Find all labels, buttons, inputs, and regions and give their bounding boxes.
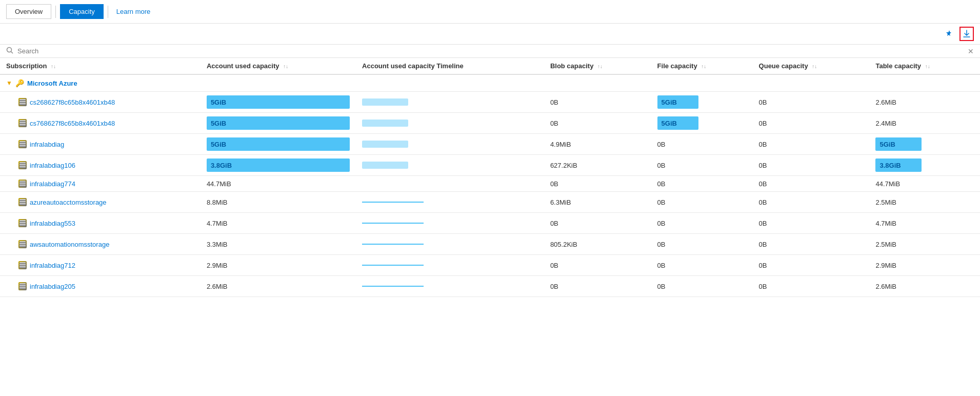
- cell-account-used-capacity: 3.8GiB: [201, 155, 356, 176]
- table-row: infralabdiag 5GiB4.9MiB0B0B5GiB: [0, 134, 980, 155]
- cell-file-capacity: 0B: [651, 276, 753, 297]
- cell-timeline: [356, 176, 544, 192]
- cell-file-capacity: 5GiB: [651, 113, 753, 134]
- cell-account-used-capacity: 4.7MiB: [201, 213, 356, 234]
- group-expand-icon[interactable]: ▼: [6, 80, 12, 87]
- cell-queue-capacity: 0B: [753, 92, 870, 113]
- cell-subscription: infralabdiag106: [0, 155, 201, 176]
- cell-queue-capacity: 0B: [753, 192, 870, 213]
- pin-icon: [944, 30, 952, 38]
- cell-blob-capacity: 6.3MiB: [544, 192, 651, 213]
- svg-point-0: [7, 48, 12, 52]
- col-account-used-capacity: Account used capacity ↑↓: [201, 58, 356, 74]
- search-clear-button[interactable]: ✕: [968, 47, 974, 55]
- cell-blob-capacity: 0B: [544, 113, 651, 134]
- download-button[interactable]: [959, 27, 974, 41]
- cell-account-used-capacity: 8.8MiB: [201, 192, 356, 213]
- timeline-bar: [362, 95, 424, 109]
- cell-table-capacity: 3.8GiB: [869, 155, 980, 176]
- cell-table-capacity: 2.4MiB: [869, 113, 980, 134]
- cell-file-capacity: 0B: [651, 234, 753, 255]
- capacity-value: 2.6MiB: [207, 283, 227, 290]
- file-capacity-bar: 5GiB: [657, 95, 698, 109]
- table-row: infralabdiag712 2.9MiB0B0B0B2.9MiB: [0, 255, 980, 276]
- col-queue-capacity: Queue capacity ↑↓: [753, 58, 870, 74]
- resource-name-link[interactable]: infralabdiag: [30, 141, 64, 148]
- table-row: cs268627f8c65b8x4601xb48 5GiB0B5GiB0B2.6…: [0, 92, 980, 113]
- cell-timeline: [356, 192, 544, 213]
- resource-icon: [18, 240, 27, 248]
- capacity-value: 4.7MiB: [207, 220, 227, 227]
- col-blob-capacity: Blob capacity ↑↓: [544, 58, 651, 74]
- resource-name-link[interactable]: awsautomationomsstorage: [30, 241, 109, 248]
- cell-queue-capacity: 0B: [753, 113, 870, 134]
- resource-name-link[interactable]: infralabdiag774: [30, 180, 75, 188]
- sort-icon-account-used-capacity[interactable]: ↑↓: [283, 64, 288, 69]
- cell-subscription: infralabdiag553: [0, 213, 201, 234]
- cell-blob-capacity: 4.9MiB: [544, 134, 651, 155]
- learn-more-link[interactable]: Learn more: [112, 5, 154, 18]
- table-capacity-bar: 5GiB: [875, 137, 922, 151]
- cell-account-used-capacity: 5GiB: [201, 134, 356, 155]
- timeline-line: [362, 237, 424, 251]
- sort-icon-file-capacity[interactable]: ↑↓: [701, 64, 706, 69]
- table-header-row: Subscription ↑↓ Account used capacity ↑↓…: [0, 58, 980, 74]
- overview-button[interactable]: Overview: [6, 4, 51, 19]
- col-table-capacity: Table capacity ↑↓: [869, 58, 980, 74]
- sort-icon-blob-capacity[interactable]: ↑↓: [597, 64, 603, 69]
- table-row: infralabdiag774 44.7MiB0B0B0B44.7MiB: [0, 176, 980, 192]
- cell-timeline: [356, 213, 544, 234]
- table-row: infralabdiag106 3.8GiB627.2KiB0B0B3.8GiB: [0, 155, 980, 176]
- resource-name-link[interactable]: cs768627f8c65b8x4601xb48: [30, 120, 115, 127]
- capacity-button[interactable]: Capacity: [60, 4, 104, 19]
- group-name-link[interactable]: Microsoft Azure: [27, 80, 77, 87]
- cell-table-capacity: 5GiB: [869, 134, 980, 155]
- cell-queue-capacity: 0B: [753, 276, 870, 297]
- cell-table-capacity: 2.9MiB: [869, 255, 980, 276]
- cell-queue-capacity: 0B: [753, 213, 870, 234]
- cell-account-used-capacity: 44.7MiB: [201, 176, 356, 192]
- sort-icon-subscription[interactable]: ↑↓: [51, 64, 56, 69]
- search-bar: ✕: [0, 44, 980, 58]
- resource-icon: [18, 219, 27, 227]
- table-row: cs768627f8c65b8x4601xb48 5GiB0B5GiB0B2.4…: [0, 113, 980, 134]
- cell-account-used-capacity: 5GiB: [201, 92, 356, 113]
- subscription-icon: 🔑: [15, 79, 24, 87]
- sort-icon-table-capacity[interactable]: ↑↓: [925, 64, 930, 69]
- timeline-line: [362, 280, 424, 293]
- sort-icon-queue-capacity[interactable]: ↑↓: [812, 64, 817, 69]
- svg-line-1: [11, 52, 13, 54]
- cell-blob-capacity: 0B: [544, 276, 651, 297]
- capacity-value: 44.7MiB: [207, 180, 231, 188]
- cell-subscription: infralabdiag774: [0, 176, 201, 192]
- cell-account-used-capacity: 3.3MiB: [201, 234, 356, 255]
- timeline-line: [362, 195, 424, 209]
- resource-name-link[interactable]: infralabdiag205: [30, 283, 75, 290]
- resource-icon: [18, 140, 27, 148]
- cell-table-capacity: 2.6MiB: [869, 92, 980, 113]
- cell-file-capacity: 0B: [651, 176, 753, 192]
- cell-subscription: cs768627f8c65b8x4601xb48: [0, 113, 201, 134]
- pin-button[interactable]: [941, 27, 955, 41]
- resource-name-link[interactable]: azureautoacctomsstorage: [30, 199, 107, 206]
- cell-queue-capacity: 0B: [753, 176, 870, 192]
- resource-name-link[interactable]: infralabdiag553: [30, 220, 75, 227]
- search-input[interactable]: [17, 47, 968, 55]
- capacity-bar: 5GiB: [207, 95, 350, 109]
- resource-name-link[interactable]: infralabdiag106: [30, 162, 75, 169]
- cell-timeline: [356, 234, 544, 255]
- capacity-value: 2.9MiB: [207, 262, 227, 269]
- capacity-value: 8.8MiB: [207, 199, 227, 206]
- nav-separator-1: [55, 6, 56, 18]
- cell-table-capacity: 2.6MiB: [869, 276, 980, 297]
- col-subscription: Subscription ↑↓: [0, 58, 201, 74]
- cell-blob-capacity: 0B: [544, 176, 651, 192]
- resource-name-link[interactable]: infralabdiag712: [30, 262, 75, 269]
- cell-subscription: infralabdiag205: [0, 276, 201, 297]
- timeline-line: [362, 216, 424, 230]
- nav-separator-2: [108, 6, 108, 18]
- cell-queue-capacity: 0B: [753, 134, 870, 155]
- table-row: awsautomationomsstorage 3.3MiB805.2KiB0B…: [0, 234, 980, 255]
- cell-blob-capacity: 627.2KiB: [544, 155, 651, 176]
- resource-name-link[interactable]: cs268627f8c65b8x4601xb48: [30, 98, 115, 106]
